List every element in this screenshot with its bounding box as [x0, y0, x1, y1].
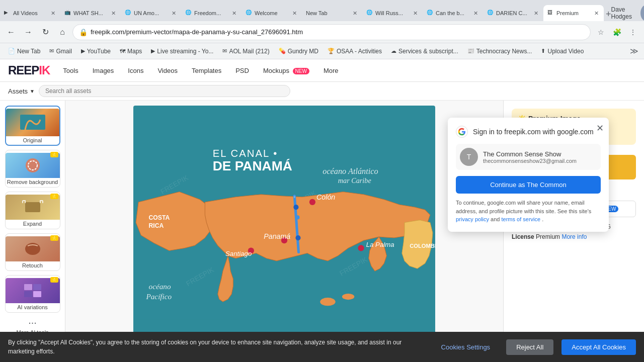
- home-button[interactable]: ⌂: [55, 25, 69, 39]
- all-bookmarks-button[interactable]: ≫: [630, 46, 640, 56]
- tab-close-4[interactable]: ✕: [231, 9, 237, 18]
- new-tab-button[interactable]: +: [606, 7, 611, 21]
- bookmark-services[interactable]: ☁ Services & subscript...: [387, 47, 462, 56]
- nav-images[interactable]: Images: [90, 65, 117, 76]
- nav-more[interactable]: More: [320, 65, 342, 76]
- nav-videos[interactable]: Videos: [154, 65, 181, 76]
- sidebar-item-expand[interactable]: ⭐ Expand: [5, 192, 60, 229]
- sidebar-item-remove-bg[interactable]: ⭐ Remove background: [5, 150, 60, 188]
- tab-close-1[interactable]: ✕: [50, 9, 56, 18]
- bookmark-livestream[interactable]: ▶ Live streaming - Yo...: [147, 47, 217, 56]
- popup-description: To continue, google.com will share your …: [456, 199, 601, 224]
- bookmark-label-technocracy: Technocracy News...: [476, 48, 532, 55]
- tab-favicon-2: 📺: [64, 10, 71, 17]
- reject-all-button[interactable]: Reject All: [506, 339, 553, 355]
- back-button[interactable]: ←: [4, 25, 18, 39]
- bookmark-maps[interactable]: 🗺 Maps: [116, 47, 146, 56]
- bookmark-favicon-upload: ⬆: [541, 48, 545, 54]
- account-name: The Common Sense Show: [483, 150, 597, 158]
- bookmark-star-button[interactable]: ☆: [594, 25, 608, 39]
- tab-2[interactable]: 📺 WHAT SH... ✕: [60, 5, 121, 21]
- bookmark-upload[interactable]: ⬆ Upload Video: [537, 47, 588, 56]
- tab-4[interactable]: 🌐 Freedom... ✕: [181, 5, 242, 21]
- address-actions: ☆ 🧩 ⋮: [594, 25, 640, 39]
- continue-button[interactable]: Continue as The Common: [456, 176, 601, 194]
- tab-close-5[interactable]: ✕: [291, 9, 298, 18]
- nav-icons[interactable]: Icons: [125, 65, 146, 76]
- tab-close-2[interactable]: ✕: [110, 9, 117, 18]
- tab-favicon-12: 🌐: [487, 10, 494, 17]
- svg-point-19: [293, 205, 298, 210]
- bookmark-favicon-gmail: ✉: [49, 48, 54, 54]
- bookmark-gmail[interactable]: ✉ Gmail: [45, 47, 75, 56]
- tab-close-7[interactable]: ✕: [412, 9, 419, 18]
- bookmark-newtab[interactable]: 📄 New Tab: [4, 47, 44, 56]
- accept-all-cookies-button[interactable]: Accept All Cookies: [561, 339, 636, 355]
- original-preview-icon: [18, 112, 48, 132]
- nav-templates[interactable]: Templates: [189, 65, 224, 76]
- tab-12[interactable]: 🌐 DARIEN C... ✕: [483, 5, 543, 21]
- popup-title: Sign in to freepik.com with google.com: [473, 128, 594, 136]
- sidebar-item-original[interactable]: Original: [5, 106, 60, 146]
- tab-close-8[interactable]: ✕: [472, 9, 479, 18]
- more-ai-dots-icon: ···: [28, 317, 37, 328]
- bookmark-favicon-newtab: 📄: [8, 48, 15, 54]
- tab-8[interactable]: 🌐 Can the b... ✕: [423, 5, 483, 21]
- terms-of-service-link[interactable]: terms of service: [502, 216, 541, 222]
- account-info: The Common Sense Show thecommonsenseshow…: [483, 150, 597, 164]
- tab-7[interactable]: 🌐 Will Russ... ✕: [362, 5, 423, 21]
- cookie-banner: By clicking "Accept All Cookies", you ag…: [0, 332, 644, 362]
- tab-favicon-4: 🌐: [185, 10, 192, 17]
- mockups-new-badge: NEW: [293, 68, 309, 74]
- tab-3[interactable]: 🌐 UN Amo... ✕: [121, 5, 181, 21]
- google-icon: [456, 126, 468, 138]
- freepik-logo[interactable]: REEPIK: [8, 63, 50, 77]
- nav-mockups[interactable]: Mockups NEW: [260, 65, 312, 76]
- bookmark-aol[interactable]: ✉ AOL Mail (212): [218, 47, 273, 56]
- tab-1[interactable]: ▶ All Videos ✕: [0, 5, 60, 21]
- more-info-link[interactable]: More info: [561, 233, 587, 240]
- svg-text:DE PANAMÁ: DE PANAMÁ: [213, 158, 292, 173]
- sidebar-item-retouch[interactable]: ⭐ Retouch: [5, 233, 60, 271]
- svg-text:Panamá: Panamá: [264, 232, 290, 240]
- bookmark-label-aol: AOL Mail (212): [229, 48, 269, 55]
- assets-label[interactable]: Assets ▼: [8, 87, 35, 95]
- url-bar[interactable]: 🔒 freepik.com/premium-vector/mapa-de-pan…: [72, 24, 591, 40]
- privacy-policy-link[interactable]: privacy policy: [456, 216, 489, 222]
- popup-header: Sign in to freepik.com with google.com: [456, 126, 601, 138]
- bookmark-gundry[interactable]: 💊 Gundry MD: [275, 47, 323, 56]
- assets-search-input[interactable]: [39, 85, 290, 97]
- profile-avatar[interactable]: D: [640, 5, 644, 21]
- svg-text:COLOMBIA: COLOMBIA: [410, 243, 435, 249]
- svg-text:COSTA: COSTA: [149, 215, 170, 222]
- tab-5[interactable]: 🌐 Welcome ✕: [242, 5, 302, 21]
- bookmark-osaa[interactable]: 🏆 OSAA - Activities: [324, 47, 386, 56]
- nav-psd[interactable]: PSD: [232, 65, 252, 76]
- cookie-settings-button[interactable]: Cookies Settings: [433, 339, 499, 355]
- popup-account: T The Common Sense Show thecommonsensesh…: [456, 144, 601, 170]
- bookmarks-bar: 📄 New Tab ✉ Gmail ▶ YouTube 🗺 Maps ▶ Liv…: [0, 43, 644, 59]
- popup-close-button[interactable]: ✕: [596, 123, 604, 134]
- menu-button[interactable]: ⋮: [626, 25, 640, 39]
- header-nav: Tools Images Icons Videos Templates PSD …: [60, 65, 341, 76]
- tab-title-12: DARIEN C...: [496, 10, 531, 16]
- tab-close-13[interactable]: ✕: [593, 9, 600, 18]
- reload-button[interactable]: ↻: [38, 25, 52, 39]
- tab-close-3[interactable]: ✕: [171, 9, 177, 18]
- bookmark-youtube[interactable]: ▶ YouTube: [77, 47, 115, 56]
- premium-badge-expand: ⭐: [50, 194, 58, 199]
- svg-text:Santiago: Santiago: [225, 250, 252, 257]
- nav-tools[interactable]: Tools: [60, 65, 81, 76]
- extensions-button[interactable]: 🧩: [610, 25, 624, 39]
- tab-close-6[interactable]: ✕: [352, 9, 358, 18]
- tab-close-12[interactable]: ✕: [533, 9, 539, 18]
- tab-favicon-1: ▶: [4, 10, 11, 17]
- account-avatar: T: [460, 148, 478, 166]
- tab-bar: ▶ All Videos ✕ 📺 WHAT SH... ✕ 🌐 UN Amo..…: [0, 0, 644, 21]
- tab-6[interactable]: New Tab ✕: [302, 5, 362, 21]
- bookmark-technocracy[interactable]: 📰 Technocracy News...: [463, 47, 536, 56]
- tab-13[interactable]: 🖼 Premium ✕: [543, 5, 604, 21]
- forward-button[interactable]: →: [21, 25, 35, 39]
- svg-point-25: [358, 245, 364, 251]
- sidebar-item-ai-variations[interactable]: ⭐ AI variations: [5, 275, 60, 313]
